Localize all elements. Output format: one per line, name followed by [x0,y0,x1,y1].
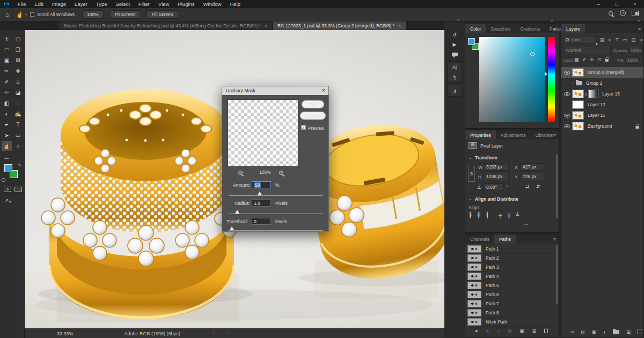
layer-row-group2-merged[interactable]: Group 2 (merged) [561,67,643,78]
height-field[interactable]: 1206 px [484,173,509,180]
layer-thumbnail[interactable] [572,90,584,98]
collapse-column-icon[interactable]: » [551,18,552,23]
delete-layer-icon[interactable] [638,330,641,334]
eyedropper-tool[interactable]: ✑ [2,66,12,76]
path-row[interactable]: Path 4 [465,272,557,281]
lock-position-icon[interactable]: ✛ [590,57,594,62]
history-icon[interactable]: ↺ [448,30,461,39]
path-row[interactable]: Path 3 [465,263,557,272]
layer-filter-search[interactable]: Kind [564,36,597,43]
layer-row-layer11[interactable]: Layer 11 [561,110,643,121]
clone-stamp-tool[interactable]: ♨ [13,77,23,86]
new-layer-icon[interactable]: ⊞ [626,329,631,335]
marquee-tool[interactable]: ▢ [13,34,23,43]
type-tool[interactable]: T [13,120,23,129]
dodge-tool[interactable]: ◐ [2,109,12,119]
close-tab-icon[interactable]: × [398,23,401,28]
amount-field[interactable]: 50 [252,181,271,188]
object-selection-tool[interactable]: ❏ [13,45,23,54]
fill-field[interactable]: 100% [626,56,639,64]
link-layers-icon[interactable]: ∞ [570,329,574,335]
path-row[interactable]: Path 8 [465,308,557,318]
cancel-button[interactable]: Cancel [300,112,326,120]
lock-artboard-icon[interactable]: ⊡ [597,57,601,62]
character-panel-icon[interactable]: A| [448,62,461,71]
color-field-cursor[interactable] [530,52,535,56]
dialog-preview-area[interactable] [228,99,298,167]
menu-plugins[interactable]: Plugins [173,0,199,8]
menu-window[interactable]: Window [199,0,226,8]
menu-select[interactable]: Select [111,0,134,8]
panel-foreground-swatch[interactable] [468,38,475,45]
align-top-icon[interactable]: ┯ [499,212,502,218]
filter-toggle-icon[interactable]: ● [640,37,642,42]
paths-panel-menu-icon[interactable]: ≡ [553,237,556,242]
close-button[interactable]: × [626,0,644,8]
new-path-icon[interactable]: ⊞ [532,328,537,334]
menu-help[interactable]: Help [225,0,245,8]
brush-tool[interactable]: ✐ [2,77,12,86]
radius-field[interactable]: 1.0 [252,200,271,207]
tab-adjustments[interactable]: Adjustments [496,130,531,139]
new-adjustment-icon[interactable]: ◐ [603,329,606,335]
threshold-slider-thumb[interactable] [230,226,234,230]
angle-field[interactable]: 0.00° [484,183,504,191]
lock-paint-icon[interactable]: ✐ [582,57,586,62]
visibility-toggle[interactable] [561,92,572,96]
tab-layers[interactable]: Layers [561,24,585,33]
visibility-toggle[interactable] [561,124,572,128]
layer-mask-thumbnail[interactable] [588,90,599,98]
radius-slider[interactable] [229,214,323,214]
glyphs-panel-icon[interactable]: A [448,86,461,95]
pen-tool[interactable]: ✒ [2,120,12,129]
eraser-tool[interactable]: ◪ [13,87,23,97]
filter-pixel-icon[interactable]: ▤ [600,37,604,42]
tab-paths[interactable]: Paths [494,234,516,244]
maximize-button[interactable]: □ [608,0,626,8]
flip-horizontal-icon[interactable]: ⇄ [525,184,530,189]
zoom-100-button[interactable]: 100% [82,10,104,19]
opacity-field[interactable]: 100% [629,47,642,54]
status-prev-icon[interactable]: 〈 [225,330,230,337]
menu-type[interactable]: Type [92,0,112,8]
home-icon[interactable]: ⌂ [5,11,9,18]
layer-thumbnail[interactable] [572,68,584,77]
layer-thumbnail[interactable] [572,111,584,120]
color-panel-menu-icon[interactable]: ≡ [553,26,556,32]
visibility-toggle[interactable] [561,114,572,117]
path-selection-tool[interactable]: ➤ [2,130,12,140]
frame-tool[interactable]: ⊠ [13,55,23,65]
share-icon[interactable]: ↗ [4,197,9,203]
layer-row-layer15[interactable]: 8 Layer 15 [561,89,643,99]
smudge-tool[interactable]: ✍ [13,109,23,119]
tab-swatches[interactable]: Swatches [486,24,515,33]
width-field[interactable]: 3153 px [484,163,509,171]
layers-panel-menu-icon[interactable]: ≡ [638,26,641,32]
path-row[interactable]: Path 7 [465,299,557,308]
y-field[interactable]: 726 px [520,173,544,180]
add-layer-mask-icon[interactable]: ▣ [592,329,597,335]
tab-properties[interactable]: Properties [465,130,496,139]
color-field[interactable] [479,37,545,122]
menu-edit[interactable]: Edit [30,0,47,8]
threshold-slider[interactable] [229,230,323,231]
load-selection-icon[interactable]: ◌ [497,328,500,334]
align-middle-icon[interactable]: ╁ [507,212,510,218]
stroke-path-icon[interactable]: ○ [486,328,488,334]
filter-shape-icon[interactable]: ▭ [623,37,627,42]
menu-file[interactable]: File [13,0,30,8]
comments-icon[interactable] [448,50,461,59]
layer-thumbnail[interactable] [572,100,584,109]
transform-collapse-icon[interactable]: ⌄ [469,155,472,160]
x-field[interactable]: 427 px [520,163,544,171]
blend-mode-select[interactable]: Normal [564,47,611,54]
foreground-color-swatch[interactable] [4,164,12,172]
fit-screen-button[interactable]: Fit Screen [110,10,141,19]
close-tab-icon[interactable]: × [265,23,267,28]
layer-row-layer12[interactable]: Layer 12 [561,99,643,110]
minimize-button[interactable]: – [589,0,608,8]
ok-button[interactable]: OK [302,100,324,108]
hand-tool-icon[interactable]: ☝ [16,11,24,18]
tab-gradients[interactable]: Gradients [515,24,545,33]
collapse-panels-icon[interactable]: « [457,17,459,22]
